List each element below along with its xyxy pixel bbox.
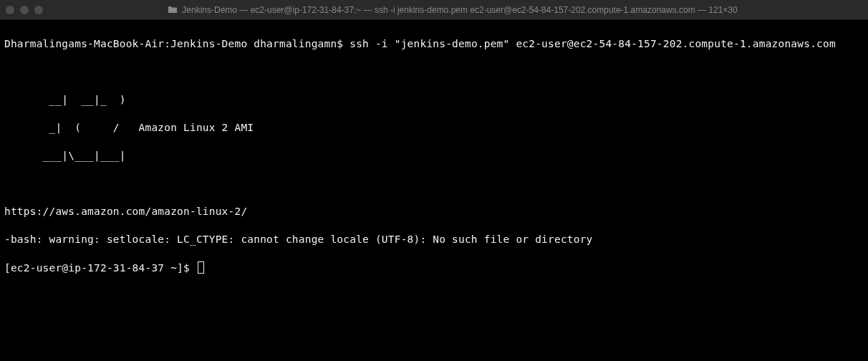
- ascii-art-line-1: __| __|_ ): [4, 93, 864, 107]
- folder-icon: [168, 6, 178, 14]
- bash-warning-line: -bash: warning: setlocale: LC_CTYPE: can…: [4, 233, 864, 247]
- maximize-window-button[interactable]: [34, 6, 43, 14]
- close-window-button[interactable]: [6, 6, 14, 14]
- blank-line: [4, 65, 864, 80]
- window-titlebar: Jenkins-Demo — ec2-user@ip-172-31-84-37:…: [0, 0, 868, 20]
- remote-prompt: [ec2-user@ip-172-31-84-37 ~]$: [4, 262, 196, 274]
- amazon-linux-url: https://aws.amazon.com/amazon-linux-2/: [4, 205, 864, 219]
- ascii-art-line-3: ___|\___|___|: [4, 149, 864, 163]
- local-command-line: Dharmalingams-MacBook-Air:Jenkins-Demo d…: [4, 37, 864, 52]
- minimize-window-button[interactable]: [20, 6, 29, 14]
- remote-prompt-line: [ec2-user@ip-172-31-84-37 ~]$: [4, 261, 864, 276]
- window-title: Jenkins-Demo — ec2-user@ip-172-31-84-37:…: [182, 5, 737, 15]
- local-prompt: Dharmalingams-MacBook-Air:Jenkins-Demo d…: [4, 38, 349, 49]
- cursor: [198, 261, 204, 274]
- ssh-command: ssh -i "jenkins-demo.pem" ec2-user@ec2-5…: [349, 38, 836, 49]
- blank-line: [4, 177, 864, 191]
- ascii-art-line-2: _| ( / Amazon Linux 2 AMI: [4, 121, 864, 135]
- traffic-lights: [6, 6, 43, 14]
- titlebar-title-area: Jenkins-Demo — ec2-user@ip-172-31-84-37:…: [43, 5, 862, 15]
- terminal-body[interactable]: Dharmalingams-MacBook-Air:Jenkins-Demo d…: [0, 20, 868, 361]
